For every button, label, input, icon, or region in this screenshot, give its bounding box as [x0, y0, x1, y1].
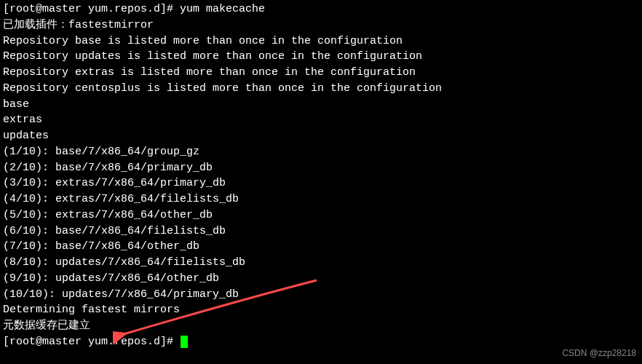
terminal-line: (9/10): updates/7/x86_64/other_db	[3, 271, 639, 287]
terminal-line: 已加载插件：fastestmirror	[3, 17, 639, 33]
terminal-line: (4/10): extras/7/x86_64/filelists_db	[3, 191, 639, 207]
terminal-line: (1/10): base/7/x86_64/group_gz	[3, 144, 639, 160]
terminal-line: (2/10): base/7/x86_64/primary_db	[3, 160, 639, 176]
terminal-line: 元数据缓存已建立	[3, 318, 639, 334]
terminal-line: (10/10): updates/7/x86_64/primary_db	[3, 287, 639, 303]
terminal-line: updates	[3, 128, 639, 144]
terminal-line: [root@master yum.repos.d]#	[3, 334, 639, 350]
watermark-text: CSDN @zzp28218	[562, 347, 636, 360]
terminal-output[interactable]: [root@master yum.repos.d]# yum makecache…	[3, 1, 639, 350]
terminal-line: (6/10): base/7/x86_64/filelists_db	[3, 223, 639, 240]
terminal-line: (7/10): base/7/x86_64/other_db	[3, 239, 639, 255]
terminal-line: Repository updates is listed more than o…	[3, 49, 639, 65]
terminal-line: (8/10): updates/7/x86_64/filelists_db	[3, 255, 639, 271]
terminal-line: extras	[3, 112, 639, 128]
terminal-line: [root@master yum.repos.d]# yum makecache	[3, 1, 639, 17]
terminal-line: (3/10): extras/7/x86_64/primary_db	[3, 175, 639, 191]
terminal-line: Repository extras is listed more than on…	[3, 65, 639, 81]
terminal-line: base	[3, 97, 639, 113]
terminal-line: Repository base is listed more than once…	[3, 33, 639, 50]
terminal-line: Repository centosplus is listed more tha…	[3, 81, 639, 97]
terminal-line: (5/10): extras/7/x86_64/other_db	[3, 207, 639, 223]
cursor-block	[181, 336, 188, 348]
terminal-line: Determining fastest mirrors	[3, 302, 639, 318]
